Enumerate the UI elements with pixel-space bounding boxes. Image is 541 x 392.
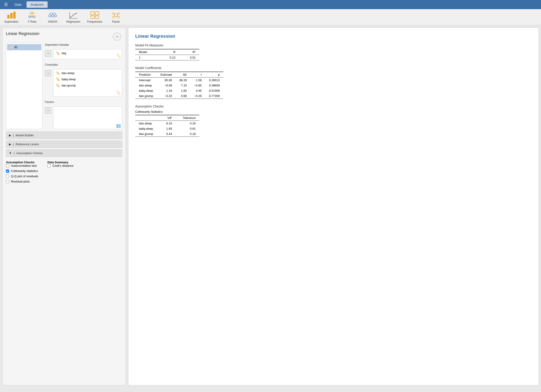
dan-grump-t: −0.29	[190, 93, 205, 99]
dan-sleep-estimate: −6.09	[157, 83, 176, 88]
model-col-header: Model	[135, 49, 159, 55]
baby-sleep-se: 1.82	[176, 88, 191, 93]
divider2: |	[13, 143, 14, 146]
baby-sleep-predictor: baby.sleep	[135, 88, 157, 93]
ttests-icon	[27, 11, 37, 19]
nav-tab-analyses[interactable]: Analyses	[26, 1, 48, 8]
baby-sleep-t: 0.65	[190, 88, 205, 93]
collinearity-stats-title: Collinearity Statistics	[135, 110, 532, 113]
baby-sleep-p: 0.51556	[205, 88, 223, 93]
dan-sleep-se: 7.15	[176, 83, 191, 88]
toolbar-item-ttests[interactable]: T-Tests	[25, 11, 39, 23]
assumption-checks-section[interactable]: ▼ | Assumption Checks	[6, 149, 122, 157]
svg-rect-26	[95, 16, 99, 19]
factors-zone[interactable]: 👥	[53, 106, 122, 129]
hamburger-icon[interactable]: ☰	[2, 1, 10, 8]
dependent-arrow-button[interactable]: →	[45, 50, 51, 57]
model-coefficients-table: Predictor Estimate SE t p Intercept 95.9…	[135, 72, 223, 99]
svg-rect-1	[10, 13, 13, 19]
regression-label: Regression	[66, 20, 80, 23]
source-var-id[interactable]: 🏷️ ID	[7, 44, 42, 50]
exploration-label: Exploration	[5, 20, 18, 23]
svg-point-6	[33, 16, 35, 18]
coll-baby-sleep-label: baby.sleep	[135, 126, 161, 131]
covariate-dan-sleep: 🏷️ dan.sleep	[54, 70, 121, 76]
reference-levels-label: Reference Levels	[16, 143, 39, 146]
svg-rect-23	[91, 12, 94, 15]
svg-point-20	[76, 13, 77, 14]
toolbar-item-exploration[interactable]: Exploration	[5, 11, 18, 23]
model-builder-section[interactable]: ▶ | Model Builder	[6, 132, 122, 139]
data-summary-group: Data Summary Cook's distance	[47, 160, 73, 185]
source-var-id-label: ID	[14, 46, 17, 49]
panel-title: Linear Regression	[6, 31, 39, 36]
coll-dan-sleep-vif: 6.10	[161, 121, 176, 126]
model-coefficients-title: Model Coefficients	[135, 66, 532, 70]
model-fit-table: Model R R² 1 0.12 0.01	[135, 49, 199, 60]
dan-sleep-icon: 🏷️	[56, 71, 60, 75]
residual-plots-checkbox[interactable]	[6, 180, 9, 183]
svg-point-8	[49, 15, 51, 17]
qq-plot-checkbox[interactable]	[6, 175, 9, 178]
coll-dan-sleep-tol: 0.16	[176, 121, 199, 126]
var-assignments: Dependent Variable → 🏷️ day 🏷️ Covariate…	[45, 43, 122, 129]
dependent-variable-zone[interactable]: 🏷️ day 🏷️	[53, 49, 122, 59]
ttests-label: T-Tests	[28, 20, 37, 23]
dan-grump-icon: 🏷️	[56, 83, 60, 88]
factors-arrow-button[interactable]: →	[45, 107, 51, 114]
model-builder-chevron: ▶	[9, 134, 11, 137]
intercept-estimate: 95.90	[157, 77, 176, 83]
dan-grump-p: 0.77359	[205, 93, 223, 99]
svg-point-27	[114, 14, 118, 17]
coeff-row-dan-sleep: dan.sleep −6.09 7.15 −0.85 0.39609	[135, 83, 223, 88]
svg-point-17	[71, 16, 73, 17]
intercept-t: 1.09	[190, 77, 205, 83]
reference-levels-header[interactable]: ▶ | Reference Levels	[6, 141, 122, 148]
toolbar-item-regression[interactable]: Regression	[66, 11, 80, 23]
collinearity-checkbox[interactable]	[6, 170, 9, 173]
model-fit-row-1: 1 0.12 0.01	[135, 55, 199, 60]
factors-drop-icon: 👥	[116, 123, 121, 128]
regression-icon	[69, 11, 78, 19]
nav-tab-data[interactable]: Data	[10, 1, 26, 8]
covariate-dan-grump: 🏷️ dan.grump	[54, 83, 121, 88]
navigate-arrow-button[interactable]: →	[113, 32, 121, 41]
r-col-header: R	[159, 49, 179, 55]
svg-point-18	[73, 14, 74, 15]
divider3: |	[14, 151, 14, 155]
svg-point-19	[74, 14, 76, 15]
svg-point-28	[112, 13, 114, 14]
model-builder-label: Model Builder	[16, 134, 34, 137]
model-builder-header[interactable]: ▶ | Model Builder	[6, 132, 122, 139]
covariates-arrow-button[interactable]: →	[45, 70, 51, 76]
reference-levels-section[interactable]: ▶ | Reference Levels	[6, 140, 122, 148]
autocorrelation-checkbox[interactable]	[6, 164, 9, 167]
covariate-baby-sleep: 🏷️ baby.sleep	[54, 76, 121, 82]
autocorrelation-label: Autocorrelation test	[11, 164, 37, 167]
drop-zone-tag-icon: 🏷️	[116, 53, 121, 58]
coeff-row-intercept: Intercept 95.90 88.29 1.09 0.28013	[135, 77, 223, 83]
svg-point-16	[70, 17, 71, 18]
covariates-zone[interactable]: 🏷️ dan.sleep 🏷️ baby.sleep 🏷️ dan.grump …	[53, 69, 122, 97]
top-bar: ☰ Data Analyses	[0, 0, 541, 9]
source-variables-list: 🏷️ ID	[6, 43, 42, 129]
factor-icon	[111, 11, 121, 19]
intercept-se: 88.29	[176, 77, 191, 83]
svg-point-30	[112, 16, 114, 18]
svg-point-31	[118, 16, 120, 18]
toolbar-item-anova[interactable]: ANOVA	[46, 11, 59, 23]
model-fit-r: 0.12	[159, 55, 179, 60]
coeff-row-baby-sleep: baby.sleep 1.19 1.82 0.65 0.51556	[135, 88, 223, 93]
assumption-checks-chevron: ▼	[9, 151, 12, 155]
toolbar-item-factor[interactable]: Factor	[109, 11, 123, 23]
dan-grump-se: 0.68	[176, 93, 191, 99]
dependent-var-label: day	[62, 52, 66, 55]
toolbar-item-frequencies[interactable]: Frequencies	[87, 11, 102, 23]
assumption-checks-header[interactable]: ▼ | Assumption Checks	[6, 150, 122, 157]
day-icon: 🏷️	[56, 51, 60, 55]
collinearity-baby-sleep: baby.sleep 1.65 0.61	[135, 126, 199, 131]
model-fit-r2: 0.01	[179, 55, 199, 60]
anova-icon	[48, 11, 57, 19]
result-title: Linear Regression	[135, 34, 532, 39]
cooks-distance-checkbox[interactable]	[47, 164, 51, 167]
